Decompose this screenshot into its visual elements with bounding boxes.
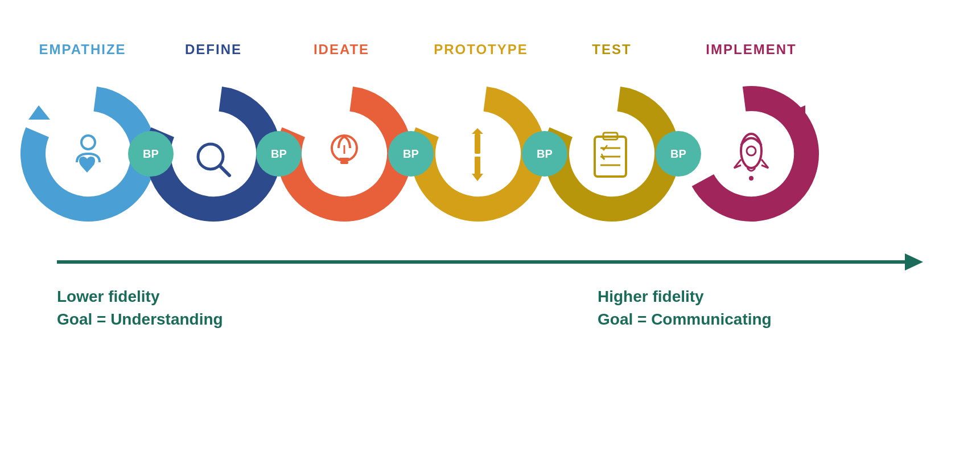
test-label: TEST: [592, 42, 631, 57]
ideate-icon: [332, 136, 357, 164]
ideate-label: IDEATE: [314, 42, 369, 57]
bp-text-2: BP: [271, 148, 287, 160]
empathize-arrow: [28, 105, 50, 120]
bp-text-5: BP: [670, 148, 686, 160]
empathize-icon: [77, 136, 100, 173]
define-label: DEFINE: [185, 42, 242, 57]
svg-point-19: [747, 146, 756, 155]
implement-label: IMPLEMENT: [706, 42, 796, 57]
arrow-head: [905, 253, 923, 271]
svg-rect-9: [475, 157, 480, 174]
lower-fidelity-text: Lower fidelity: [57, 288, 160, 305]
svg-point-0: [81, 136, 95, 149]
svg-marker-8: [472, 128, 483, 134]
bp-text-1: BP: [143, 148, 159, 160]
svg-rect-5: [340, 161, 348, 164]
diagram-svg: EMPATHIZE DEFINE IDEATE PROTOTYPE TEST I…: [0, 0, 980, 387]
bp-text-4: BP: [537, 148, 553, 160]
svg-rect-7: [475, 134, 480, 154]
lower-goal-text: Goal = Understanding: [57, 310, 223, 328]
test-icon: [595, 133, 626, 177]
prototype-label: PROTOTYPE: [434, 42, 528, 57]
prototype-icon: [472, 128, 483, 181]
svg-rect-4: [339, 158, 349, 161]
higher-fidelity-text: Higher fidelity: [598, 288, 704, 305]
empathize-label: EMPATHIZE: [39, 42, 126, 57]
implement-icon: [734, 134, 768, 181]
svg-marker-10: [472, 174, 483, 181]
higher-goal-text: Goal = Communicating: [598, 310, 772, 328]
svg-line-2: [220, 166, 229, 175]
bp-text-3: BP: [403, 148, 419, 160]
main-container: EMPATHIZE DEFINE IDEATE PROTOTYPE TEST I…: [0, 0, 980, 467]
define-icon: [198, 144, 229, 175]
